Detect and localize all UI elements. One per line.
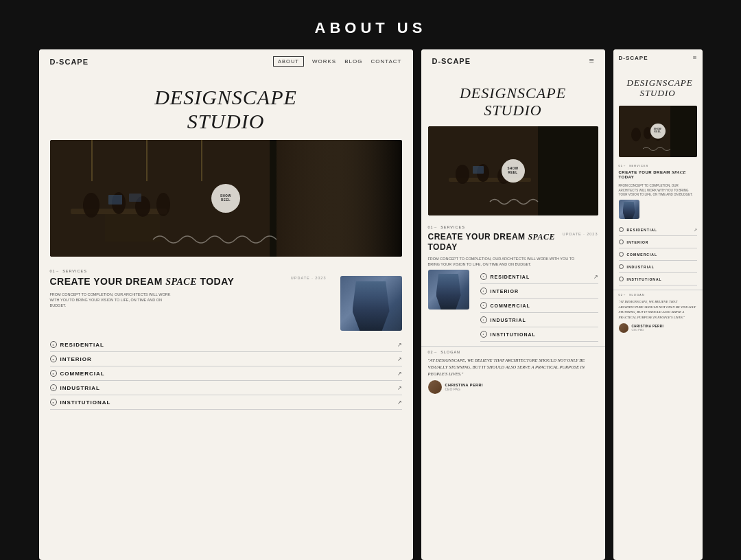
tablet-show-reel-btn[interactable]: SHOWREEL [502, 159, 525, 183]
mobile-service-item-residential[interactable]: RESIDENTIAL ↗ [619, 224, 697, 236]
m-circle-icon-commercial [619, 252, 624, 257]
arrow-icon-residential: ↗ [397, 342, 402, 348]
tablet-services-with-img: ● RESIDENTIAL ↗ ● INTERIOR ● COMMERCIAL [421, 270, 605, 345]
t-circle-icon-interior: ● [480, 288, 487, 294]
mobile-services-label: 01→ SERVICES [619, 164, 697, 167]
tablet-service-item-residential[interactable]: ● RESIDENTIAL ↗ [480, 270, 598, 284]
tablet-slogan-number: 02→ [428, 350, 438, 354]
svg-rect-12 [108, 195, 122, 205]
desktop-services-desc: FROM CONCEPT TO COMPLETION, OUR ARCHITEC… [50, 292, 174, 309]
tablet-service-item-institutional[interactable]: ● INSTITUTIONAL [480, 327, 598, 342]
svg-point-11 [156, 193, 170, 216]
desktop-hero-image: SHOWREEL [50, 140, 402, 257]
mobile-hero-image-inner: SHOWREEL [619, 106, 697, 157]
mobile-slogan-section: 02→ SLOGAN "AT DESIGNSCAPE, WE BELIEVE T… [613, 290, 703, 336]
desktop-building-image [340, 276, 402, 331]
mobile-services-number: 01→ [619, 164, 626, 167]
t-service-label-industrial: INDUSTRIAL [491, 318, 526, 323]
tablet-slogan-section: 02→ SLOGAN "AT DESIGNSCAPE, WE BELIEVE T… [421, 346, 605, 397]
mobile-service-item-commercial[interactable]: COMMERCIAL [619, 248, 697, 261]
desktop-service-item-institutional[interactable]: ● INSTITUTIONAL ↗ [50, 395, 402, 410]
tablet-services-heading: CREATE YOUR DREAM SPACE TODAY [428, 232, 563, 253]
desktop-services-update: UPDATE · 2023 [291, 276, 327, 280]
t-circle-icon-institutional: ● [480, 331, 487, 338]
svg-rect-13 [129, 194, 141, 202]
service-item-left: ● RESIDENTIAL [50, 341, 104, 348]
tablet-person-avatar [428, 380, 442, 394]
screen-tablet: D-SCAPE ≡ DESIGNSCAPESTUDIO [421, 49, 605, 560]
mobile-service-item-industrial[interactable]: INDUSTRIAL [619, 261, 697, 273]
svg-rect-14 [277, 140, 402, 257]
tablet-services-update: UPDATE · 2023 [563, 232, 598, 236]
tablet-slogan-label-text: SLOGAN [440, 350, 460, 354]
service-label-residential: RESIDENTIAL [60, 342, 104, 348]
service-label-commercial: COMMERCIAL [60, 371, 105, 377]
tablet-services-desc: FROM CONCEPT TO COMPLETION, OUR ARCHITEC… [428, 256, 586, 268]
tablet-service-item-interior[interactable]: ● INTERIOR [480, 284, 598, 299]
svg-point-19 [456, 165, 469, 184]
desktop-hero-image-inner: SHOWREEL [50, 140, 402, 257]
desktop-services-label-number: 01→ [50, 269, 60, 273]
mobile-logo: D-SCAPE [619, 55, 648, 61]
circle-icon-residential: ● [50, 341, 57, 348]
mobile-person-info: CHRISTINA PERRI CEO PAG [619, 323, 697, 333]
desktop-services-heading: CREATE YOUR DREAM SPACE TODAY [50, 276, 235, 288]
tablet-services-label: 01→ SERVICES [428, 225, 598, 229]
svg-rect-17 [538, 126, 598, 215]
tablet-title-text: DESIGNSCAPESTUDIO [435, 84, 591, 119]
m-service-label-residential: RESIDENTIAL [627, 228, 657, 232]
tablet-menu-icon[interactable]: ≡ [589, 56, 593, 65]
desktop-title-text: DESIGNSCAPESTUDIO [53, 86, 399, 133]
mobile-nav: D-SCAPE ≡ [613, 49, 703, 66]
t-arrow-residential: ↗ [593, 274, 598, 280]
desktop-service-item-interior[interactable]: ● INTERIOR ↗ [50, 352, 402, 366]
tablet-show-reel-text: SHOWREEL [508, 167, 519, 175]
mobile-show-reel-btn[interactable]: SHOWREEL [650, 124, 666, 139]
mobile-hero-title: DESIGNSCAPESTUDIO [613, 66, 703, 106]
tablet-service-item-industrial[interactable]: ● INDUSTRIAL [480, 313, 598, 327]
desktop-service-item-commercial[interactable]: ● COMMERCIAL ↗ [50, 366, 402, 381]
desktop-logo: D-SCAPE [50, 58, 89, 66]
desktop-service-item-residential[interactable]: ● RESIDENTIAL ↗ [50, 338, 402, 352]
circle-icon-commercial: ● [50, 370, 57, 377]
desktop-show-reel-text: SHOWREEL [220, 194, 231, 202]
mobile-menu-icon[interactable]: ≡ [693, 54, 697, 61]
desktop-show-reel-btn[interactable]: SHOWREEL [211, 184, 240, 213]
service-label-industrial: INDUSTRIAL [60, 385, 100, 391]
tablet-person-info: CHRISTINA PERRI CEO PAG [428, 380, 598, 394]
mobile-person-details: CHRISTINA PERRI CEO PAG [632, 325, 664, 331]
nav-link-blog[interactable]: BLOG [344, 58, 362, 65]
service-item-left-industrial: ● INDUSTRIAL [50, 384, 100, 391]
tablet-person-title: CEO PAG [445, 387, 484, 391]
desktop-services-label: 01→ SERVICES [50, 269, 402, 273]
mobile-slogan-label: 02→ SLOGAN [619, 293, 697, 296]
mobile-slogan-label-text: SLOGAN [629, 293, 645, 296]
nav-link-contact[interactable]: CONTACT [370, 58, 401, 65]
desktop-services-text-block: CREATE YOUR DREAM SPACE TODAY UPDATE · 2… [50, 276, 327, 308]
nav-link-works[interactable]: WORKS [312, 58, 336, 65]
tablet-services-section: 01→ SERVICES CREATE YOUR DREAM SPACE TOD… [421, 221, 605, 270]
mobile-show-reel-text: SHOWREEL [654, 128, 661, 134]
t-service-label-commercial: COMMERCIAL [491, 303, 530, 308]
nav-link-about[interactable]: ABOUT [273, 56, 304, 67]
arrow-icon-industrial: ↗ [397, 385, 402, 391]
mobile-service-item-institutional[interactable]: INSTITUTIONAL [619, 273, 697, 285]
desktop-service-item-industrial[interactable]: ● INDUSTRIAL ↗ [50, 381, 402, 395]
m-arrow-residential: ↗ [694, 227, 697, 232]
t-service-label-residential: RESIDENTIAL [491, 275, 530, 279]
desktop-services-row: CREATE YOUR DREAM SPACE TODAY UPDATE · 2… [50, 276, 402, 331]
tablet-person-details: CHRISTINA PERRI CEO PAG [445, 383, 484, 391]
mobile-services-label-text: SERVICES [629, 164, 648, 167]
svg-point-26 [631, 128, 641, 141]
svg-rect-22 [473, 166, 484, 174]
svg-point-8 [83, 193, 99, 218]
screen-mobile: D-SCAPE ≡ DESIGNSCAPESTUDIO SHOWREE [613, 49, 703, 560]
circle-icon-interior: ● [50, 355, 57, 362]
mobile-service-item-interior[interactable]: INTERIOR [619, 236, 697, 248]
tablet-services-label-text: SERVICES [440, 225, 465, 229]
tablet-service-item-commercial[interactable]: ● COMMERCIAL [480, 299, 598, 313]
tablet-service-items-col: ● RESIDENTIAL ↗ ● INTERIOR ● COMMERCIAL [480, 270, 598, 342]
svg-rect-25 [670, 106, 697, 157]
m-circle-icon-interior [619, 240, 624, 244]
screen-desktop: D-SCAPE ABOUT WORKS BLOG CONTACT DESIGNS… [39, 49, 413, 560]
